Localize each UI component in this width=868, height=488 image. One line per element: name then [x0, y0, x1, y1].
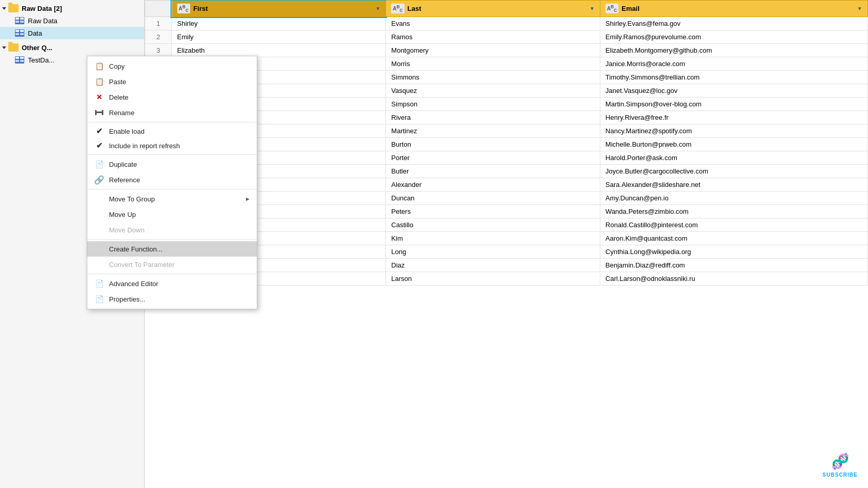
cell-email: Martin.Simpson@over-blog.com	[600, 98, 867, 111]
menu-label-paste: Paste	[109, 78, 126, 86]
menu-item-move-up[interactable]: Move Up	[87, 207, 257, 222]
svg-rect-1	[16, 18, 19, 20]
cell-email: Wanda.Peters@zimbio.com	[600, 205, 867, 218]
sidebar-item-testdata-label: TestDa...	[28, 56, 54, 64]
cell-email: Harold.Porter@ask.com	[600, 151, 867, 165]
check-icon-include-refresh: ✔	[94, 141, 105, 150]
delete-icon: ✕	[94, 92, 105, 102]
svg-rect-9	[20, 33, 24, 35]
cell-email: Sara.Alexander@slideshare.net	[600, 178, 867, 192]
cell-last: Ramos	[386, 30, 600, 44]
svg-rect-2	[20, 18, 24, 20]
reference-icon: 🔗	[94, 175, 105, 185]
menu-item-move-down: Move Down	[87, 222, 257, 238]
col-header-email[interactable]: ABC Email ▼	[600, 1, 867, 17]
menu-item-move-to-group[interactable]: Move To Group►	[87, 191, 257, 207]
menu-label-enable-load: Enable load	[109, 128, 145, 135]
svg-rect-7	[20, 30, 24, 32]
svg-rect-13	[16, 60, 19, 62]
col-label-last: Last	[408, 5, 422, 12]
sidebar-group-other[interactable]: Other Q...	[0, 41, 144, 54]
abc-type-email: ABC	[606, 4, 618, 13]
cell-email: Cynthia.Long@wikipedia.org	[600, 245, 867, 259]
group-label-rawdata: Raw Data [2]	[22, 5, 62, 12]
cell-last: Porter	[386, 151, 600, 165]
col-header-first[interactable]: ABC First ▼	[172, 1, 386, 17]
cell-email: Joyce.Butler@cargocollective.com	[600, 165, 867, 178]
cell-last: Larson	[386, 272, 600, 286]
cell-email: Michelle.Burton@prweb.com	[600, 138, 867, 151]
sidebar-group-rawdata[interactable]: Raw Data [2]	[0, 2, 144, 14]
separator-after-include-refresh	[87, 154, 257, 155]
menu-label-move-up: Move Up	[109, 211, 136, 218]
group-label-other: Other Q...	[22, 44, 52, 52]
menu-item-delete[interactable]: ✕Delete	[87, 89, 257, 105]
cell-last: Alexander	[386, 178, 600, 192]
cell-last: Martinez	[386, 124, 600, 138]
svg-rect-16	[95, 110, 97, 115]
separator-after-move-down	[87, 239, 257, 240]
svg-rect-4	[20, 21, 24, 23]
cell-email: Emily.Ramos@purevolume.com	[600, 30, 867, 44]
cell-email: Henry.Rivera@free.fr	[600, 111, 867, 124]
folder-icon-other	[8, 43, 19, 52]
cell-last: Montgomery	[386, 44, 600, 57]
cell-email: Elizabeth.Montgomery@github.com	[600, 44, 867, 57]
check-icon-enable-load: ✔	[94, 127, 105, 136]
cell-last: Burton	[386, 138, 600, 151]
sidebar-item-rawdata[interactable]: Raw Data	[0, 14, 144, 27]
row-num-cell: 2	[145, 30, 172, 44]
table-row: 2 Emily Ramos Emily.Ramos@purevolume.com	[145, 30, 868, 44]
menu-item-properties[interactable]: 📄Properties...	[87, 291, 257, 307]
table-icon-testdata	[14, 56, 25, 64]
menu-item-include-refresh[interactable]: ✔Include in report refresh	[87, 138, 257, 153]
menu-item-rename[interactable]: Rename	[87, 105, 257, 120]
cell-email: Janet.Vasquez@loc.gov	[600, 84, 867, 98]
cell-last: Kim	[386, 232, 600, 245]
separator-after-rename	[87, 122, 257, 122]
svg-rect-8	[16, 33, 19, 35]
svg-rect-6	[16, 30, 19, 32]
separator-after-convert-to-parameter	[87, 274, 257, 274]
svg-rect-12	[20, 57, 24, 59]
separator-after-reference	[87, 189, 257, 190]
submenu-arrow-move-to-group: ►	[245, 196, 251, 202]
folder-icon-rawdata	[8, 4, 19, 12]
menu-label-duplicate: Duplicate	[109, 161, 137, 168]
menu-label-include-refresh: Include in report refresh	[109, 142, 180, 150]
row-num-header	[145, 1, 172, 17]
cell-last: Simmons	[386, 71, 600, 84]
dna-icon: 🧬	[831, 453, 849, 470]
col-header-last[interactable]: ABC Last ▼	[386, 1, 600, 17]
cell-email: Aaron.Kim@quantcast.com	[600, 232, 867, 245]
menu-item-enable-load[interactable]: ✔Enable load	[87, 124, 257, 138]
row-num-cell: 3	[145, 44, 172, 57]
menu-item-duplicate[interactable]: 📄Duplicate	[87, 156, 257, 172]
menu-item-reference[interactable]: 🔗Reference	[87, 172, 257, 187]
sidebar-item-data[interactable]: Data	[0, 27, 144, 39]
cell-last: Vasquez	[386, 84, 600, 98]
svg-rect-11	[16, 57, 19, 59]
cell-email: Ronald.Castillo@pinterest.com	[600, 218, 867, 232]
menu-item-create-function[interactable]: Create Function...	[87, 241, 257, 257]
expand-icon-rawdata	[2, 7, 6, 10]
dropdown-arrow-email[interactable]: ▼	[857, 6, 862, 11]
icon-advanced-editor: 📄	[94, 278, 105, 289]
cell-email: Shirley.Evans@fema.gov	[600, 17, 867, 30]
cell-email: Janice.Morris@oracle.com	[600, 57, 867, 71]
icon-paste: 📋	[94, 76, 105, 87]
dropdown-arrow-first[interactable]: ▼	[375, 6, 380, 11]
cell-first: Shirley	[172, 17, 386, 30]
menu-item-copy[interactable]: 📋Copy	[87, 58, 257, 74]
svg-rect-14	[20, 60, 24, 62]
cell-email: Timothy.Simmons@trellian.com	[600, 71, 867, 84]
icon-copy: 📋	[94, 61, 105, 71]
dropdown-arrow-last[interactable]: ▼	[590, 6, 595, 11]
menu-item-advanced-editor[interactable]: 📄Advanced Editor	[87, 276, 257, 291]
cell-last: Rivera	[386, 111, 600, 124]
expand-icon-other	[2, 46, 6, 49]
menu-item-paste[interactable]: 📋Paste	[87, 74, 257, 89]
menu-label-reference: Reference	[109, 176, 140, 184]
abc-type-first: ABC	[177, 4, 190, 13]
cell-last: Butler	[386, 165, 600, 178]
